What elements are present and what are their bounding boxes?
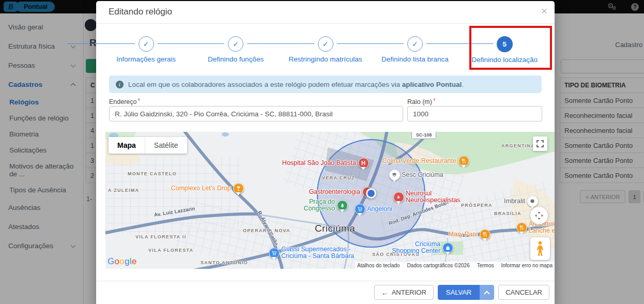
modal-footer: ← ANTERIOR SALVAR CANCELAR — [96, 281, 555, 304]
neighborhood-label: A ZULEIMA — [108, 188, 139, 193]
road-shield: SC-108 — [411, 132, 436, 139]
stepper: ✓Informações gerais✓Definindo funções✓Re… — [96, 24, 555, 74]
arrow-left-icon: ← — [381, 288, 389, 297]
poi-label-giassi-supermercados[interactable]: Giassi Supermercados -Criciúma - Santa B… — [281, 246, 354, 260]
neighborhood-label: SANTO ANTÔNIO — [201, 260, 248, 265]
map-button[interactable]: Mapa — [109, 137, 145, 154]
step-check-icon: ✓ — [228, 36, 243, 52]
google-logo[interactable]: Google — [108, 256, 137, 267]
attribution-link[interactable]: Termos — [477, 263, 494, 268]
raio-input[interactable] — [407, 106, 542, 121]
step-3-restringindo-matriculas[interactable]: ✓Restringindo matrículas — [281, 24, 370, 74]
restaurant-icon[interactable] — [516, 222, 527, 233]
step-check-icon: ✓ — [407, 36, 423, 52]
info-icon: i — [116, 81, 124, 88]
city-label: Criciúma — [315, 223, 355, 234]
salvar-dropdown-button[interactable] — [480, 285, 494, 300]
red-annotation-box — [469, 26, 552, 70]
poi-label-mary-pani[interactable]: Mary Pani — [449, 231, 478, 238]
grocery-cart-icon[interactable] — [355, 204, 365, 215]
location-marker[interactable] — [366, 188, 376, 199]
step-2-definindo-funcoes[interactable]: ✓Definindo funções — [191, 24, 280, 74]
poi-label-hospital-sao-joao-batista[interactable]: Hospital São João Batista — [282, 160, 356, 166]
step-check-icon: ✓ — [139, 36, 154, 52]
poi-label-praca-do-congresso[interactable]: Praça doCongresso — [304, 199, 335, 212]
modal-title: Editando relógio — [109, 7, 172, 17]
attribution-link[interactable]: Atalhos do teclado — [357, 263, 400, 268]
attribution-link[interactable]: Dados cartográficos ©2026 — [407, 263, 469, 268]
edit-clock-modal: Editando relógio × ✓Informações gerais✓D… — [96, 1, 555, 304]
modal-header: Editando relógio × — [96, 1, 555, 24]
gray-dot-icon[interactable] — [527, 196, 538, 207]
restaurant-icon[interactable] — [458, 156, 469, 166]
poi-label-imbralit[interactable]: Imbralit — [504, 198, 525, 205]
close-icon[interactable]: × — [541, 5, 547, 16]
poi-label-neurosul-neuroespecialistas[interactable]: NeurosulNeuroespecialistas — [406, 190, 461, 204]
google-map[interactable]: SC-108 Criciúma MONTE CASTELOA ZULEIMAVE… — [105, 132, 555, 269]
map-attribution: Atalhos do tecladoDados cartográficos ©2… — [355, 262, 555, 269]
endereco-input[interactable] — [109, 106, 403, 121]
anterior-button[interactable]: ← ANTERIOR — [374, 285, 434, 300]
grocery-cart-icon[interactable] — [269, 248, 280, 259]
poi-label-angeloni[interactable]: Angeloni — [367, 206, 392, 212]
step-check-icon: ✓ — [318, 36, 333, 52]
poi-label-complexo-let-s-drop[interactable]: Complexo Let's Drop — [171, 185, 231, 192]
pegman-icon[interactable] — [530, 237, 550, 260]
tilt-rotate-icon[interactable] — [530, 207, 548, 224]
cancelar-button[interactable]: CANCELAR — [498, 285, 549, 300]
education-cap-icon[interactable] — [389, 170, 400, 180]
satellite-button[interactable]: Satélite — [145, 137, 187, 154]
neighborhood-label: PRÓSPERA — [461, 203, 493, 208]
endereco-label: Endereço* — [109, 97, 140, 105]
map-type-control: Mapa Satélite — [109, 137, 187, 154]
medical-plus-icon[interactable]: + — [393, 192, 404, 203]
step-1-informacoes-gerais[interactable]: ✓Informações gerais — [101, 24, 191, 74]
salvar-button[interactable]: SALVAR — [438, 285, 480, 300]
poi-label-gastroenterologia[interactable]: Gastroenterologia — [309, 189, 360, 195]
chevron-up-icon — [484, 291, 490, 296]
neighborhood-label: BRASÍLIA — [494, 211, 522, 216]
neighborhood-label: MONTE CASTELO — [128, 171, 177, 176]
hospital-h-icon[interactable]: H — [358, 158, 369, 169]
attribution-link[interactable]: Informar erro no mapa — [501, 263, 553, 268]
neighborhood-label: VILA FLORESTA II — [135, 234, 186, 239]
step-4-definindo-lista-branca[interactable]: ✓Definindo lista branca — [370, 24, 459, 74]
raio-label: Raio (m)* — [407, 97, 436, 105]
neighborhood-label: ARGENTINA — [501, 143, 535, 148]
neighborhood-label: VERA CRUZ — [322, 175, 355, 180]
restaurant-icon[interactable] — [480, 229, 490, 240]
fullscreen-icon[interactable] — [533, 136, 547, 151]
shopping-bag-icon[interactable] — [442, 242, 453, 253]
drink-icon[interactable] — [233, 183, 244, 194]
poi-label-sesc-criciuma[interactable]: Sesc Criciúma — [402, 172, 443, 178]
info-banner: i Local em que os colaboradores associad… — [109, 75, 542, 93]
poi-label-colina-verde-restaurante[interactable]: Colina Verde Restaurante — [382, 158, 456, 164]
neighborhood-label: VILA FLORESTA — [148, 248, 193, 253]
poi-label-criciuma-shopping-center[interactable]: CriciúmaShopping Center — [392, 241, 440, 254]
park-tree-icon[interactable] — [337, 200, 348, 211]
